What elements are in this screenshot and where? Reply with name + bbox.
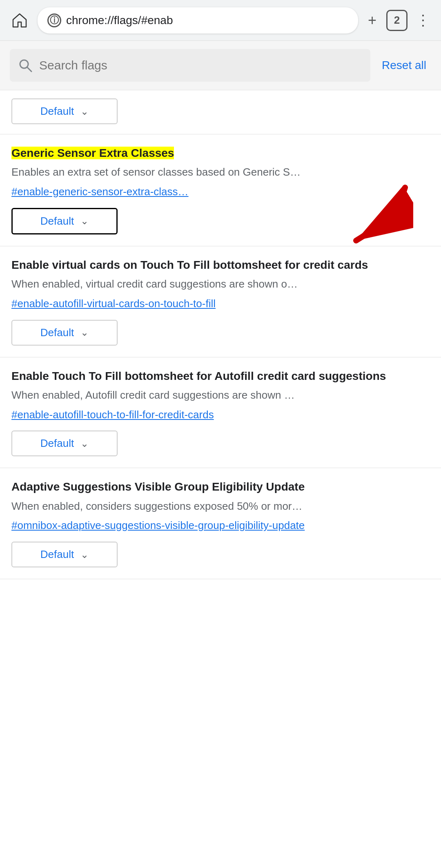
flag-link-virtual-cards[interactable]: #enable-autofill-virtual-cards-on-touch-…	[11, 296, 430, 312]
flag-description-adaptive-suggestions: When enabled, considers suggestions expo…	[11, 499, 430, 514]
flag-title-adaptive-suggestions: Adaptive Suggestions Visible Group Eligi…	[11, 480, 430, 494]
address-bar[interactable]: ⓘ chrome://flags/#enab	[38, 7, 358, 33]
flag-title-touch-fill: Enable Touch To Fill bottomsheet for Aut…	[11, 369, 430, 384]
chevron-down-icon: ⌄	[80, 106, 89, 117]
flag-link-adaptive-suggestions[interactable]: #omnibox-adaptive-suggestions-visible-gr…	[11, 518, 430, 533]
flag-description-generic-sensor: Enables an extra set of sensor classes b…	[11, 165, 430, 180]
flag-item-partial: Default ⌄	[0, 90, 441, 134]
flag-dropdown-label-virtual-cards: Default	[40, 326, 74, 339]
tab-count-badge[interactable]: 2	[386, 10, 408, 31]
flag-item-generic-sensor: Generic Sensor Extra Classes Enables an …	[0, 134, 441, 246]
flag-link-generic-sensor[interactable]: #enable-generic-sensor-extra-class…	[11, 184, 430, 200]
flag-dropdown-touch-fill[interactable]: Default ⌄	[11, 431, 118, 456]
svg-line-1	[27, 67, 31, 71]
search-icon	[18, 58, 33, 73]
flag-link-touch-fill[interactable]: #enable-autofill-touch-to-fill-for-credi…	[11, 407, 430, 423]
flag-title-generic-sensor: Generic Sensor Extra Classes	[11, 147, 174, 159]
info-icon: ⓘ	[47, 13, 61, 27]
new-tab-button[interactable]: +	[365, 12, 380, 29]
chevron-down-icon-touch-fill: ⌄	[80, 438, 89, 449]
flag-description-virtual-cards: When enabled, virtual credit card sugges…	[11, 277, 430, 292]
flag-dropdown-virtual-cards[interactable]: Default ⌄	[11, 320, 118, 346]
flag-dropdown-generic-sensor[interactable]: Default ⌄	[11, 208, 118, 234]
flag-dropdown-adaptive-suggestions[interactable]: Default ⌄	[11, 542, 118, 567]
flag-item-virtual-cards: Enable virtual cards on Touch To Fill bo…	[0, 246, 441, 357]
chevron-down-icon-virtual-cards: ⌄	[80, 327, 89, 338]
flag-dropdown-label-adaptive-suggestions: Default	[40, 548, 74, 561]
flag-dropdown-label-touch-fill: Default	[40, 437, 74, 450]
flag-dropdown-label-first: Default	[40, 105, 74, 118]
flag-dropdown-first[interactable]: Default ⌄	[11, 98, 118, 124]
flag-dropdown-label-generic-sensor: Default	[40, 215, 74, 228]
search-bar-section: Reset all	[0, 41, 441, 90]
home-icon	[11, 11, 29, 29]
address-text: chrome://flags/#enab	[66, 14, 173, 27]
chevron-down-icon-adaptive-suggestions: ⌄	[80, 549, 89, 560]
search-container	[10, 49, 370, 82]
arrow-container: Default ⌄	[11, 208, 430, 234]
browser-bar: ⓘ chrome://flags/#enab + 2 ⋮	[0, 0, 441, 41]
menu-button[interactable]: ⋮	[414, 12, 433, 29]
search-input[interactable]	[39, 58, 362, 72]
flag-title-wrap: Generic Sensor Extra Classes	[11, 146, 430, 161]
flag-item-adaptive-suggestions: Adaptive Suggestions Visible Group Eligi…	[0, 468, 441, 579]
flag-item-touch-fill: Enable Touch To Fill bottomsheet for Aut…	[0, 357, 441, 469]
reset-all-button[interactable]: Reset all	[377, 56, 431, 75]
flag-description-touch-fill: When enabled, Autofill credit card sugge…	[11, 388, 430, 403]
chevron-down-icon-generic-sensor: ⌄	[80, 215, 89, 227]
flags-content: Default ⌄ Generic Sensor Extra Classes E…	[0, 90, 441, 579]
home-button[interactable]	[8, 9, 31, 32]
flag-title-virtual-cards: Enable virtual cards on Touch To Fill bo…	[11, 258, 430, 272]
